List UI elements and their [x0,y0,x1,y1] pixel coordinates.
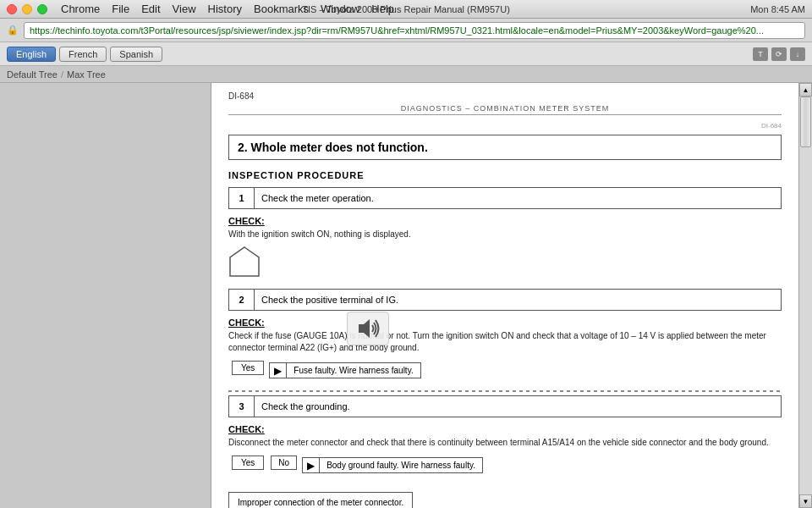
sidebar [0,83,211,508]
breadcrumb-item-1[interactable]: Default Tree [7,69,58,80]
step-3-row: 3 Check the grounding. [228,395,782,417]
procedure-header: INSPECTION PROCEDURE [228,170,782,180]
title-bar: Chrome File Edit View History Bookmarks … [0,0,812,19]
scroll-up-button[interactable]: ▲ [799,83,812,97]
step-1-num: 1 [229,188,255,208]
lang-bar-icons: T ⟳ ↓ [753,47,805,61]
lang-icon-1: T [753,47,768,61]
maximize-button[interactable] [37,4,47,14]
lang-icon-2: ⟳ [771,47,787,61]
step-2-check-label: CHECK: [228,318,782,328]
traffic-lights [7,4,47,14]
address-bar: 🔒 [0,19,812,42]
step-2-desc: Check the positive terminal of IG. [255,290,781,310]
step-2-check-text: Check if the fuse (GAUGE 10A) is normal … [228,330,782,354]
step-2-result-row: Yes ▶ Fuse faulty. Wire harness faulty. [228,359,782,382]
step-3-num: 3 [229,396,255,417]
svg-marker-0 [230,247,259,276]
scrollbar[interactable]: ▲ ▼ [798,83,812,508]
menu-view[interactable]: View [173,3,196,15]
step-1-check-label: CHECK: [228,216,782,226]
minimize-button[interactable] [22,4,32,14]
menu-edit[interactable]: Edit [141,3,160,15]
step-1-desc: Check the meter operation. [255,188,781,208]
step-3-desc: Check the grounding. [255,396,781,417]
window-title: TIS – Toyota 2003 Prius Repair Manual (R… [302,4,510,14]
bottom-box-line1: Improper connection of the meter connect… [238,497,403,508]
ssl-icon: 🔒 [7,25,19,36]
step-3-check-label: CHECK: [228,424,782,434]
lang-spanish[interactable]: Spanish [110,47,162,62]
clock: Mon 8:45 AM [750,4,805,14]
step-1-row: 1 Check the meter operation. [228,187,782,209]
step-3-fault-box: ▶ Body ground faulty. Wire harness fault… [302,457,483,473]
breadcrumb: Default Tree / Max Tree [0,66,812,83]
bottom-box: Improper connection of the meter connect… [228,492,413,508]
step-2-num: 2 [229,290,255,310]
section-title: 2. Whole meter does not function. [228,135,782,160]
scrollbar-track[interactable] [799,97,812,494]
menu-chrome[interactable]: Chrome [61,3,100,15]
title-bar-right: Mon 8:45 AM [750,4,805,14]
step-3-no: No [271,456,297,470]
menu-file[interactable]: File [112,3,129,15]
step-2-row: 2 Check the positive terminal of IG. [228,289,782,311]
scroll-down-button[interactable]: ▼ [799,494,812,508]
lang-english[interactable]: English [7,47,56,62]
step-1-check-text: With the ignition switch ON, nothing is … [228,229,782,240]
fault-arrow-icon: ▶ [270,363,287,378]
address-input[interactable] [24,22,805,39]
doc-header-line: DIAGNOSTICS – COMBINATION METER SYSTEM [228,104,782,115]
main-layout: DI-684 DIAGNOSTICS – COMBINATION METER S… [0,83,812,508]
step-2-fault-box: ▶ Fuse faulty. Wire harness faulty. [269,362,420,378]
step-2-yes: Yes [232,361,264,375]
menu-history[interactable]: History [208,3,242,15]
step-3-result-row: Yes No ▶ Body ground faulty. Wire harnes… [228,454,782,477]
breadcrumb-separator: / [61,69,63,80]
fault-arrow-icon-2: ▶ [303,458,320,472]
step-3-fault-text: Body ground faulty. Wire harness faulty. [320,458,482,472]
close-button[interactable] [7,4,17,14]
language-bar: English French Spanish T ⟳ ↓ [0,42,812,66]
menu-bookmarks[interactable]: Bookmarks [254,3,309,15]
step-2-fault-text: Fuse faulty. Wire harness faulty. [287,363,420,378]
lang-icon-3: ↓ [790,47,805,61]
content-area: DI-684 DIAGNOSTICS – COMBINATION METER S… [211,83,798,508]
doc-page-num: DI-684 [228,122,782,130]
step-3-check-text: Disconnect the meter connector and check… [228,437,782,449]
step-1-symbol [228,246,782,280]
breadcrumb-item-2[interactable]: Max Tree [67,69,106,80]
doc-id: DI-684 [228,91,782,101]
lang-french[interactable]: French [59,47,107,62]
step-3-yes: Yes [232,456,264,470]
ruler-line [228,390,782,392]
scrollbar-thumb[interactable] [800,97,811,147]
